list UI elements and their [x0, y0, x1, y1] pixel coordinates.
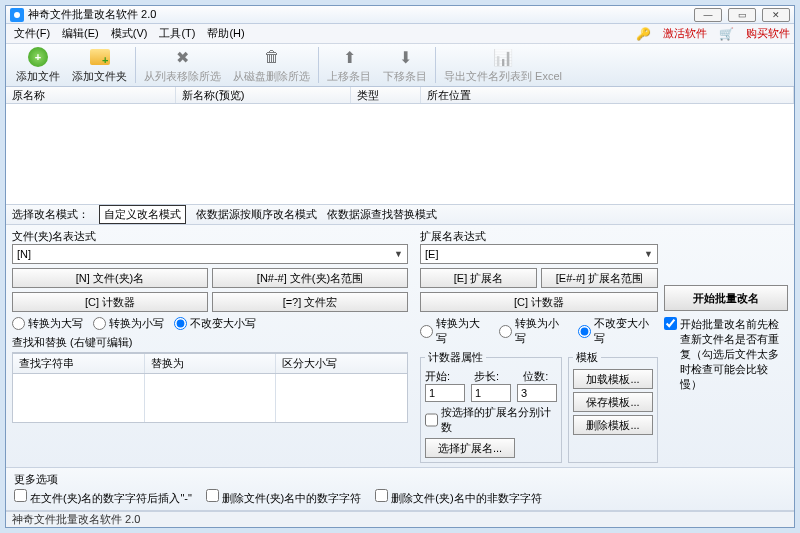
file-list-header: 原名称 新名称(预览) 类型 所在位置 [6, 87, 794, 104]
arrow-up-icon: ⬆ [338, 46, 360, 68]
activate-link[interactable]: 激活软件 [663, 26, 707, 41]
load-template-button[interactable]: 加载模板... [573, 369, 653, 389]
col-newname[interactable]: 新名称(预览) [176, 87, 351, 103]
ext-radio-keep[interactable]: 不改变大小写 [578, 316, 658, 346]
btn-ext-range-token[interactable]: [E#-#] 扩展名范围 [541, 268, 658, 288]
save-template-button[interactable]: 保存模板... [573, 392, 653, 412]
ext-expr-label: 扩展名表达式 [420, 229, 658, 244]
choose-ext-button[interactable]: 选择扩展名... [425, 438, 515, 458]
ext-radio-lower[interactable]: 转换为小写 [499, 316, 568, 346]
find-replace-title: 查找和替换 (右键可编辑) [12, 335, 408, 350]
maximize-button[interactable]: ▭ [728, 8, 756, 22]
buy-link[interactable]: 购买软件 [746, 26, 790, 41]
move-up-button[interactable]: ⬆ 上移条目 [321, 44, 377, 86]
chevron-down-icon: ▼ [394, 249, 403, 259]
remove-from-list-button[interactable]: ✖ 从列表移除所选 [138, 44, 227, 86]
remove-list-icon: ✖ [172, 46, 194, 68]
delete-template-button[interactable]: 删除模板... [573, 415, 653, 435]
more-title: 更多选项 [14, 472, 786, 487]
btn-name-range-token[interactable]: [N#-#] 文件(夹)名范围 [212, 268, 408, 288]
start-rename-button[interactable]: 开始批量改名 [664, 285, 788, 311]
titlebar: 神奇文件批量改名软件 2.0 — ▭ ✕ [6, 6, 794, 24]
ext-expr-input[interactable]: [E]▼ [420, 244, 658, 264]
menu-help[interactable]: 帮助(H) [203, 24, 248, 43]
find-col-replace: 替换为 [145, 354, 277, 373]
menu-tool[interactable]: 工具(T) [155, 24, 199, 43]
btn-name-token[interactable]: [N] 文件(夹)名 [12, 268, 208, 288]
template-group: 模板 加载模板... 保存模板... 删除模板... [568, 350, 658, 463]
add-file-button[interactable]: + 添加文件 [10, 44, 66, 86]
radio-lower[interactable]: 转换为小写 [93, 316, 164, 331]
find-replace-group: 查找字符串 替换为 区分大小写 [12, 352, 408, 423]
counter-group: 计数器属性 开始: 步长: 位数: 1 1 3 按选择的扩展名分别计数 [420, 350, 562, 463]
file-expr-label: 文件(夹)名表达式 [12, 229, 408, 244]
settings-panels: 文件(夹)名表达式 [N]▼ [N] 文件(夹)名 [N#-#] 文件(夹)名范… [6, 225, 794, 468]
mode-replace[interactable]: 依数据源查找替换模式 [327, 207, 437, 222]
move-down-button[interactable]: ⬇ 下移条目 [377, 44, 433, 86]
counter-start[interactable]: 1 [425, 384, 465, 402]
trash-icon: 🗑 [261, 46, 283, 68]
radio-upper[interactable]: 转换为大写 [12, 316, 83, 331]
file-list[interactable] [6, 104, 794, 204]
toolbar: + 添加文件 添加文件夹 ✖ 从列表移除所选 🗑 从磁盘删除所选 ⬆ 上移条目 … [6, 44, 794, 87]
btn-ext-counter-token[interactable]: [C] 计数器 [420, 292, 658, 312]
plus-icon: + [28, 47, 48, 67]
find-replace-table[interactable] [13, 373, 407, 422]
minimize-button[interactable]: — [694, 8, 722, 22]
chevron-down-icon: ▼ [644, 249, 653, 259]
opt-insert-dash[interactable]: 在文件(夹)名的数字字符后插入"-" [14, 489, 192, 506]
cart-icon: 🛒 [715, 25, 738, 43]
mode-custom[interactable]: 自定义改名模式 [99, 205, 186, 224]
excel-icon: 📊 [492, 46, 514, 68]
check-duplicates-checkbox[interactable]: 开始批量改名前先检查新文件名是否有重复（勾选后文件太多时检查可能会比较慢） [664, 317, 788, 392]
ext-radio-upper[interactable]: 转换为大写 [420, 316, 489, 346]
remove-from-disk-button[interactable]: 🗑 从磁盘删除所选 [227, 44, 316, 86]
key-icon: 🔑 [632, 25, 655, 43]
col-original[interactable]: 原名称 [6, 87, 176, 103]
mode-label: 选择改名模式： [12, 207, 89, 222]
col-type[interactable]: 类型 [351, 87, 421, 103]
menu-file[interactable]: 文件(F) [10, 24, 54, 43]
menubar: 文件(F) 编辑(E) 模式(V) 工具(T) 帮助(H) 🔑 激活软件 🛒 购… [6, 24, 794, 44]
opt-del-nondigits[interactable]: 删除文件(夹)名中的非数字字符 [375, 489, 541, 506]
file-expr-input[interactable]: [N]▼ [12, 244, 408, 264]
folder-plus-icon [90, 49, 110, 65]
per-ext-checkbox[interactable]: 按选择的扩展名分别计数 [425, 405, 557, 435]
btn-ext-token[interactable]: [E] 扩展名 [420, 268, 537, 288]
statusbar: 神奇文件批量改名软件 2.0 [6, 511, 794, 527]
more-options: 更多选项 在文件(夹)名的数字字符后插入"-" 删除文件(夹)名中的数字字符 删… [6, 468, 794, 511]
mode-order[interactable]: 依数据源按顺序改名模式 [196, 207, 317, 222]
menu-mode[interactable]: 模式(V) [107, 24, 152, 43]
btn-counter-token[interactable]: [C] 计数器 [12, 292, 208, 312]
close-button[interactable]: ✕ [762, 8, 790, 22]
mode-bar: 选择改名模式： 自定义改名模式 依数据源按顺序改名模式 依数据源查找替换模式 [6, 204, 794, 225]
radio-keep[interactable]: 不改变大小写 [174, 316, 256, 331]
counter-digits[interactable]: 3 [517, 384, 557, 402]
counter-step[interactable]: 1 [471, 384, 511, 402]
btn-macro-token[interactable]: [=?] 文件宏 [212, 292, 408, 312]
find-col-case: 区分大小写 [276, 354, 407, 373]
add-folder-button[interactable]: 添加文件夹 [66, 44, 133, 86]
app-window: 神奇文件批量改名软件 2.0 — ▭ ✕ 文件(F) 编辑(E) 模式(V) 工… [5, 5, 795, 528]
menu-edit[interactable]: 编辑(E) [58, 24, 103, 43]
window-title: 神奇文件批量改名软件 2.0 [28, 7, 156, 22]
find-col-search: 查找字符串 [13, 354, 145, 373]
export-excel-button[interactable]: 📊 导出文件名列表到 Excel [438, 44, 568, 86]
arrow-down-icon: ⬇ [394, 46, 416, 68]
col-location[interactable]: 所在位置 [421, 87, 794, 103]
opt-del-digits[interactable]: 删除文件(夹)名中的数字字符 [206, 489, 361, 506]
app-icon [10, 8, 24, 22]
